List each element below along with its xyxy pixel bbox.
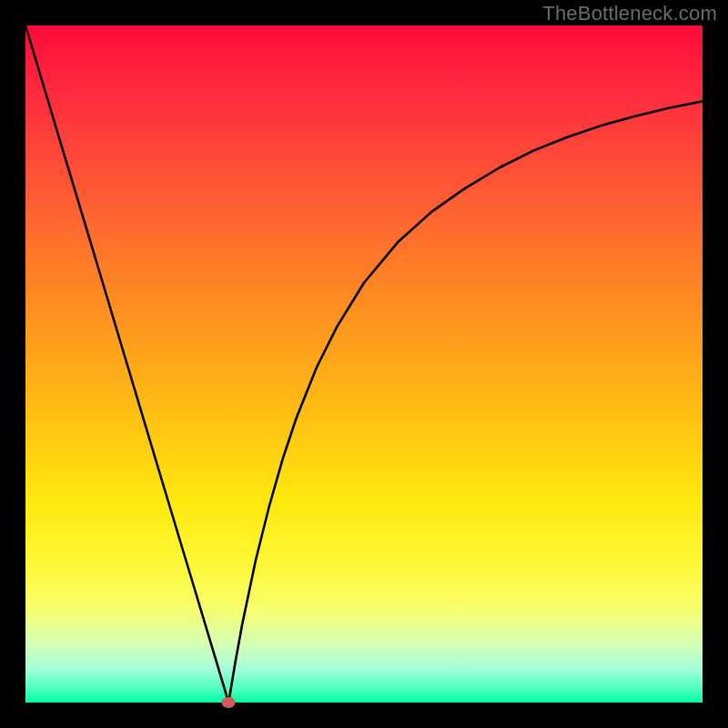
plot-area [25, 25, 703, 703]
bottleneck-curve [25, 25, 703, 703]
minimum-marker [222, 697, 236, 708]
watermark-text: TheBottleneck.com [542, 2, 717, 25]
chart-frame: TheBottleneck.com [0, 0, 728, 728]
curve-svg [25, 25, 703, 703]
